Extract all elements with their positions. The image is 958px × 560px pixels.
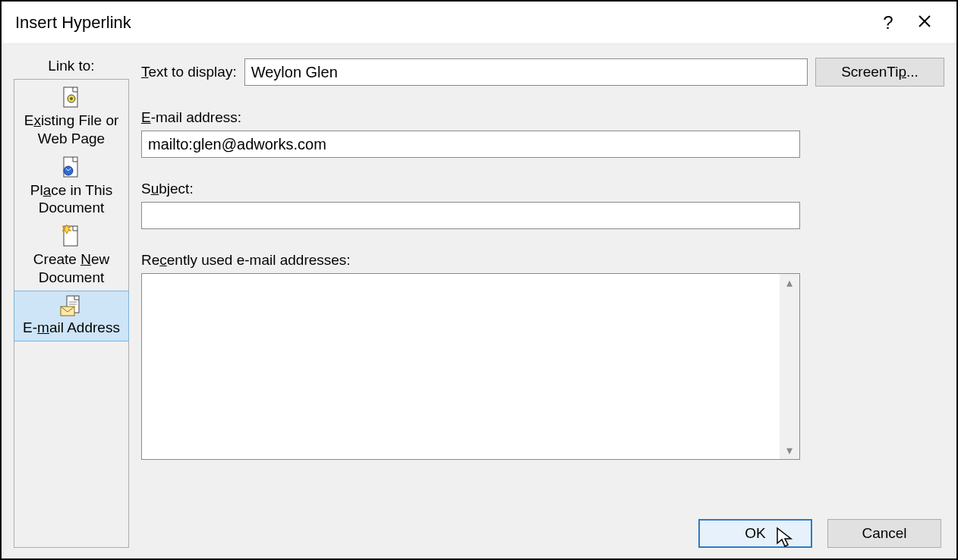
email-address-input[interactable] xyxy=(141,131,800,158)
create-new-icon xyxy=(19,225,124,249)
dialog-title: Insert Hyperlink xyxy=(15,13,131,33)
cancel-button[interactable]: Cancel xyxy=(827,519,941,548)
link-to-list: Existing File or Web Page Place in This … xyxy=(14,79,129,548)
ok-button-label: OK xyxy=(745,525,765,541)
recently-used-label: Recently used e-mail addresses: xyxy=(141,252,944,269)
existing-file-icon xyxy=(19,86,124,110)
recently-used-list[interactable]: ▴ ▾ xyxy=(141,273,800,460)
ok-button[interactable]: OK xyxy=(698,519,812,548)
subject-label: Subject: xyxy=(141,181,944,197)
help-button[interactable]: ? xyxy=(870,12,906,33)
scroll-down-icon[interactable]: ▾ xyxy=(786,443,793,458)
link-to-place-in-doc[interactable]: Place in This Document xyxy=(14,153,128,222)
subject-input[interactable] xyxy=(141,202,800,229)
link-to-label: Link to: xyxy=(14,58,129,74)
link-to-email-address[interactable]: E-mail Address xyxy=(14,291,129,342)
link-to-item-label: Place in This Document xyxy=(19,181,124,218)
text-to-display-label: Text to display: xyxy=(141,64,237,80)
link-to-item-label: E-mail Address xyxy=(19,319,124,337)
link-to-existing-file[interactable]: Existing File or Web Page xyxy=(14,83,128,153)
email-address-icon xyxy=(19,294,124,317)
link-to-create-new[interactable]: Create New Document xyxy=(14,222,128,291)
email-address-label: E-mail address: xyxy=(141,109,944,126)
recent-scrollbar[interactable]: ▴ ▾ xyxy=(780,274,799,459)
scroll-up-icon[interactable]: ▴ xyxy=(786,275,793,290)
cursor-icon xyxy=(776,527,794,549)
dialog-footer: OK Cancel xyxy=(141,519,944,548)
place-in-doc-icon xyxy=(19,156,124,180)
insert-hyperlink-dialog: Insert Hyperlink ? Link to: xyxy=(0,0,958,560)
link-to-item-label: Existing File or Web Page xyxy=(19,112,124,148)
screentip-button[interactable]: ScreenTip... xyxy=(815,58,944,87)
link-to-item-label: Create New Document xyxy=(19,250,124,287)
close-button[interactable] xyxy=(906,13,943,33)
svg-point-2 xyxy=(70,97,73,100)
text-to-display-input[interactable] xyxy=(244,58,808,86)
titlebar: Insert Hyperlink ? xyxy=(2,2,956,44)
link-to-sidebar: Link to: Existing File or Web Page xyxy=(14,58,129,548)
